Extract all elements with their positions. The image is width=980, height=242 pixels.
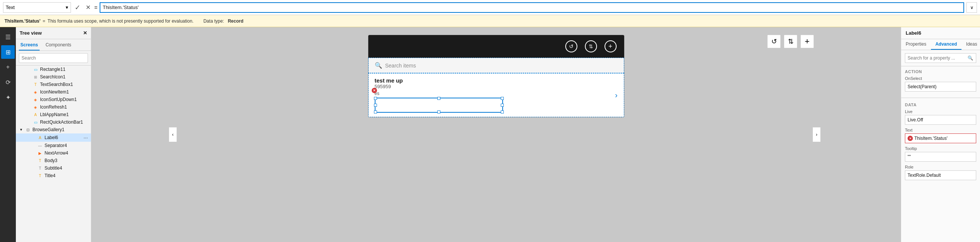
tree-search-input[interactable] (19, 53, 88, 63)
handle-bottom-center[interactable] (438, 111, 441, 114)
data-section: DATA Live Live.Off Text ✕ ThisItem.'Stat… (901, 100, 980, 185)
icon-label6: A (37, 135, 43, 140)
right-panel-title: Label6 (901, 27, 980, 39)
expand-formula-button[interactable]: ∨ (966, 2, 977, 13)
expand-iconrefresh1 (26, 105, 31, 109)
tab-ideas[interactable]: Ideas (961, 39, 980, 50)
tree-item-separator4[interactable]: — Separator4 (16, 142, 91, 149)
expand-iconnewitem1 (26, 90, 31, 94)
label6-more-icon[interactable]: ··· (83, 134, 88, 141)
icon-iconrefresh1: ◈ (33, 104, 38, 110)
icon-rectangle11: ▭ (33, 67, 38, 72)
sort-button[interactable]: ⇅ (784, 35, 797, 48)
icon-textsearchbox1: T (33, 82, 38, 87)
text-value[interactable]: ✕ ThisItem.'Status' (905, 133, 976, 143)
tab-screens[interactable]: Screens (19, 41, 40, 51)
handle-middle-right[interactable] (501, 104, 504, 107)
tree-item-iconsortupdown1[interactable]: ◈ IconSortUpDown1 (16, 96, 91, 103)
action-section: ACTION OnSelect Select(Parent) (901, 66, 980, 96)
expand-iconsortupdown1 (26, 97, 31, 102)
header-add-btn[interactable]: + (605, 40, 617, 52)
nav-data[interactable]: ⟳ (1, 75, 15, 89)
header-refresh-btn[interactable]: ↺ (565, 40, 578, 52)
tree-view-tabs: Screens Components (16, 39, 91, 51)
tree-item-title4[interactable]: T Title4 (16, 172, 91, 179)
expand-right-button[interactable]: › (813, 127, 821, 142)
tab-advanced[interactable]: Advanced (931, 39, 961, 50)
checkmark-icon[interactable]: ✓ (73, 3, 82, 12)
gallery-item-title: test me up (375, 77, 618, 84)
tree-item-iconrefresh1[interactable]: ◈ IconRefresh1 (16, 103, 91, 111)
handle-bottom-left[interactable] (374, 111, 377, 114)
equals-sign: = (94, 5, 97, 11)
icon-rectquickactionbar1: ▭ (33, 120, 38, 125)
phone-header: ↺ ⇅ + (368, 35, 624, 58)
divider-1 (901, 98, 980, 98)
tree-item-textsearchbox1[interactable]: T TextSearchBox1 (16, 81, 91, 88)
tree-item-rectquickactionbar1[interactable]: ▭ RectQuickActionBar1 (16, 119, 91, 126)
expand-left-button[interactable]: ‹ (169, 127, 177, 142)
left-sidebar: Tree view ✕ Screens Components ▭ Rectang… (16, 27, 91, 242)
expand-searchicon1 (26, 74, 31, 79)
icon-browsegallery1: ⊡ (25, 127, 30, 132)
phone-gallery: test me up 595959 ✕ es (368, 73, 624, 117)
tree-item-iconnewitem1[interactable]: ◈ IconNewItem1 (16, 88, 91, 96)
handle-middle-left[interactable] (374, 104, 377, 107)
tree-item-rectangle11[interactable]: ▭ Rectangle11 (16, 66, 91, 73)
nav-screens[interactable]: ⊞ (1, 45, 15, 59)
data-type-value: Record (228, 19, 243, 24)
icon-searchicon1: ⊞ (33, 74, 38, 79)
role-value[interactable]: TextRole.Default (905, 170, 976, 180)
onselect-value[interactable]: Select(Parent) (905, 82, 976, 92)
tree-item-body3[interactable]: T Body3 (16, 157, 91, 164)
nav-ai[interactable]: ✦ (1, 90, 15, 104)
cancel-formula-icon[interactable]: ✕ (84, 4, 92, 11)
tree-item-lblappname1[interactable]: A LblAppName1 (16, 111, 91, 119)
expand-lblappname1 (26, 112, 31, 117)
property-select[interactable]: Text ▾ (3, 2, 71, 13)
nav-insert[interactable]: + (1, 60, 15, 74)
formula-input[interactable] (103, 5, 961, 10)
expand-browsegallery1[interactable]: ▼ (19, 127, 23, 132)
handle-top-left[interactable] (374, 97, 377, 100)
add-button[interactable]: + (800, 35, 814, 48)
main-layout: ☰ ⊞ + ⟳ ✦ Tree view ✕ Screens Components… (0, 27, 980, 242)
property-search-input[interactable] (905, 53, 976, 63)
label6-error-indicator: ✕ (372, 88, 377, 93)
tree-item-browsegallery1[interactable]: ▼ ⊡ BrowseGallery1 (16, 126, 91, 133)
undo-button[interactable]: ↺ (767, 35, 781, 48)
expand-nextarrow4 (31, 151, 35, 155)
tree-view-header: Tree view ✕ (16, 27, 91, 39)
handle-top-center[interactable] (438, 97, 441, 100)
gallery-item[interactable]: test me up 595959 ✕ es (369, 73, 624, 117)
icon-body3: T (37, 158, 43, 163)
nav-menu[interactable]: ☰ (1, 30, 15, 44)
icon-subtitle4: T (37, 166, 43, 171)
icon-iconnewitem1: ◈ (33, 89, 38, 95)
expand-icon: ∨ (970, 5, 974, 10)
tree-item-nextarrow4[interactable]: ▶ NextArrow4 (16, 149, 91, 157)
tree-item-subtitle4[interactable]: T Subtitle4 (16, 164, 91, 172)
live-value[interactable]: Live.Off (905, 115, 976, 125)
formula-bar: Text ▾ ✓ ✕ = ∨ (0, 0, 980, 15)
tab-properties[interactable]: Properties (901, 39, 931, 50)
warning-message: This formula uses scope, which is not pr… (48, 19, 194, 24)
tree-item-searchicon1[interactable]: ⊞ SearchIcon1 (16, 73, 91, 81)
tab-components[interactable]: Components (44, 41, 73, 51)
search-icon: 🔍 (375, 62, 382, 69)
tree-item-label6[interactable]: A Label6 ··· (16, 133, 91, 142)
icon-separator4: — (37, 143, 43, 148)
expand-rectangle11 (26, 67, 31, 72)
header-sort-btn[interactable]: ⇅ (585, 40, 597, 52)
gallery-item-body: es (375, 91, 618, 96)
handle-top-right[interactable] (501, 97, 504, 100)
tooltip-value[interactable]: "" (905, 152, 976, 162)
tree-view-close-button[interactable]: ✕ (83, 30, 87, 36)
handle-bottom-right[interactable] (501, 111, 504, 114)
expand-rectquickactionbar1 (26, 120, 31, 124)
icon-nav: ☰ ⊞ + ⟳ ✦ (0, 27, 16, 242)
icon-lblappname1: A (33, 112, 38, 117)
warning-code: ThisItem.'Status' (5, 19, 40, 24)
label6-box[interactable] (375, 98, 503, 113)
warning-separator: = (43, 19, 45, 24)
